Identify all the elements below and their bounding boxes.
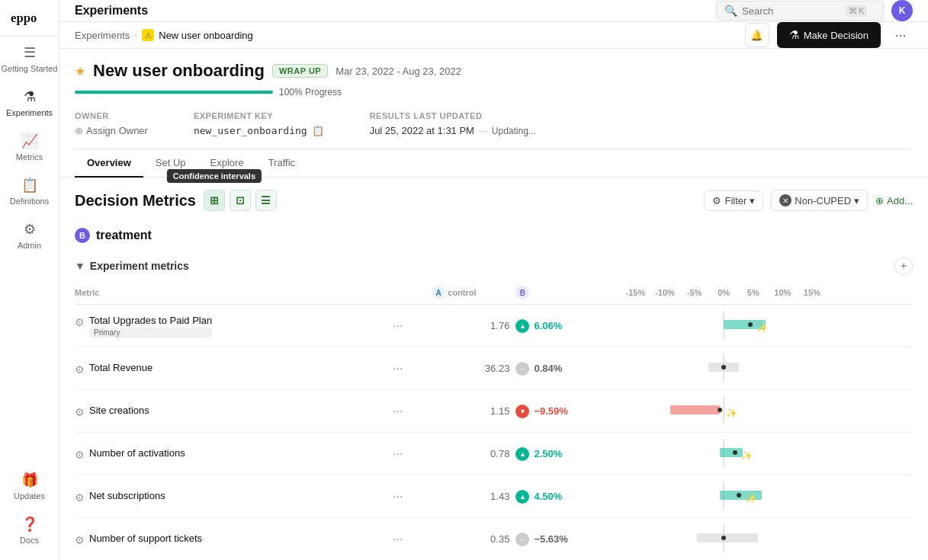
sidebar-item-label: Admin <box>18 241 41 250</box>
search-shortcut: ⌘ K <box>846 5 867 17</box>
assign-owner-button[interactable]: ⊕ Assign Owner <box>75 125 148 136</box>
control-value: 1.15 <box>490 405 509 417</box>
admin-icon: ⚙ <box>24 221 36 238</box>
filter-button[interactable]: ⚙ Filter ▾ <box>704 190 763 211</box>
table-row: ⚙ Total Revenue ···36.23 – 0.84% <box>75 347 913 390</box>
metric-name: Site creations <box>89 405 149 416</box>
breadcrumb-bar: Experiments › ⚠ New user onboarding 🔔 ⚗ … <box>59 22 928 49</box>
docs-icon: ❓ <box>21 516 38 533</box>
sidebar-nav: ☰ Getting Started ⚗ Experiments 📈 Metric… <box>0 37 59 464</box>
treatment-value: – −5.63% <box>515 533 615 546</box>
metric-more-button[interactable]: ··· <box>390 447 406 461</box>
metric-name: Total Revenue <box>89 362 153 373</box>
breadcrumb-parent[interactable]: Experiments <box>75 30 130 41</box>
metric-more-button[interactable]: ··· <box>390 405 406 418</box>
tab-overview[interactable]: Overview <box>75 149 143 178</box>
updating-badge: Updating... <box>492 126 536 136</box>
sidebar-item-getting-started[interactable]: ☰ Getting Started <box>0 37 59 81</box>
experiment-title-row: ★ New user onboarding WRAP UP Mar 23, 20… <box>75 61 913 81</box>
metric-name-cell: ⚙ Total Upgrades to Paid Plan Primary <box>75 315 384 338</box>
metric-more-button[interactable]: ··· <box>390 490 406 504</box>
treatment-section: B treatment ▼ Experiment metrics ＋ Metri… <box>59 220 928 560</box>
table-row: ⚙ Net subscriptions ···1.43 ▲ 4.50% ✨ <box>75 475 913 518</box>
metric-name-cell: ⚙ Site creations <box>75 405 384 418</box>
treatment-badge-header: B <box>515 286 529 299</box>
col-treatment-header: B <box>515 281 621 305</box>
svg-point-3 <box>748 322 753 327</box>
sidebar-item-label: Getting Started <box>2 64 58 73</box>
treatment-badge: B <box>75 228 90 243</box>
tab-set-up[interactable]: Set Up <box>143 149 198 178</box>
metric-name-cell: ⚙ Number of support tickets <box>75 533 384 546</box>
table-icon: ☰ <box>261 194 271 206</box>
treatment-value: ▲ 4.50% <box>515 490 615 504</box>
date-range: Mar 23, 2022 - Aug 23, 2022 <box>336 66 461 77</box>
results-value: Jul 25, 2022 at 1:31 PM ··· Updating... <box>370 125 536 136</box>
search-input[interactable] <box>742 5 841 17</box>
page-title: Experiments <box>75 4 148 18</box>
collapse-icon[interactable]: ▼ <box>75 260 85 272</box>
svg-point-14 <box>733 450 737 455</box>
confidence-intervals-button[interactable]: ⊞ Confidence intervals <box>204 190 225 211</box>
star-icon[interactable]: ★ <box>75 64 85 78</box>
table-row: ⚙ Number of activations ···0.78 ▲ 2.50% … <box>75 433 913 475</box>
breadcrumb-sep: › <box>134 30 137 40</box>
results-section: RESULTS LAST UPDATED Jul 25, 2022 at 1:3… <box>370 111 536 136</box>
metric-more-button[interactable]: ··· <box>390 533 406 546</box>
metric-more-button[interactable]: ··· <box>390 362 406 376</box>
control-value: 1.76 <box>490 320 509 331</box>
main-content: Experiments 🔍 ⌘ K K Experiments › ⚠ N <box>59 0 928 560</box>
sidebar-item-label: Metrics <box>16 152 43 162</box>
col-control-header: A control <box>432 281 515 305</box>
filter-chevron: ▾ <box>750 195 755 206</box>
svg-text:✨: ✨ <box>756 322 768 333</box>
treatment-name: treatment <box>96 229 152 242</box>
logo: eppo <box>0 0 59 37</box>
svg-rect-9 <box>670 405 720 414</box>
ci-icon: ⊞ <box>210 194 219 206</box>
add-metric-button[interactable]: ＋ <box>894 257 913 275</box>
col-chart-header: -15% -10% -5% 0% 5% 10% 15% <box>621 281 913 305</box>
table-view-button[interactable]: ☰ <box>255 190 277 211</box>
sidebar: eppo ☰ Getting Started ⚗ Experiments 📈 M… <box>0 0 59 560</box>
make-decision-button[interactable]: ⚗ Make Decision <box>777 22 881 48</box>
sidebar-item-docs[interactable]: ❓ Docs <box>0 508 59 552</box>
svg-text:eppo: eppo <box>11 11 37 25</box>
tab-traffic[interactable]: Traffic <box>256 149 307 178</box>
definitions-icon: 📋 <box>21 177 38 194</box>
direction-indicator: – <box>515 362 529 376</box>
exp-key-section: EXPERIMENT KEY new_user_onboarding 📋 <box>194 111 324 136</box>
more-options-button[interactable]: ··· <box>888 23 913 47</box>
table-row: ⚙ Total Upgrades to Paid Plan Primary ··… <box>75 305 913 347</box>
metric-more-button[interactable]: ··· <box>390 319 406 333</box>
sidebar-item-metrics[interactable]: 📈 Metrics <box>0 125 59 169</box>
direction-indicator: ▲ <box>515 447 529 461</box>
metrics-table: Metric A control B -15% -10% <box>75 281 913 560</box>
copy-icon[interactable]: 📋 <box>312 125 324 136</box>
sidebar-item-admin[interactable]: ⚙ Admin <box>0 213 59 258</box>
add-button[interactable]: ⊕ Add... <box>875 195 913 206</box>
svg-text:✨: ✨ <box>726 407 737 418</box>
search-bar[interactable]: 🔍 ⌘ K <box>716 1 884 21</box>
control-badge: A <box>432 286 445 299</box>
col-actions-header <box>390 281 432 305</box>
avatar: K <box>891 0 913 21</box>
notifications-button[interactable]: 🔔 <box>745 23 769 47</box>
updates-icon: 🎁 <box>21 472 38 488</box>
exp-metrics-title: ▼ Experiment metrics <box>75 260 189 272</box>
svg-text:✨: ✨ <box>745 492 756 504</box>
svg-point-7 <box>721 365 726 370</box>
treatment-header: B treatment <box>75 220 913 251</box>
svg-text:✨: ✨ <box>741 450 753 461</box>
chart-type-button[interactable]: ⊡ <box>230 190 251 211</box>
sidebar-bottom: 🎁 Updates ❓ Docs <box>0 464 59 560</box>
sidebar-item-experiments[interactable]: ⚗ Experiments <box>0 81 59 125</box>
metric-icon: ⚙ <box>75 406 85 418</box>
treatment-value: ▲ 2.50% <box>515 447 615 461</box>
metric-icon: ⚙ <box>75 316 85 328</box>
metric-icon: ⚙ <box>75 534 85 546</box>
sidebar-item-updates[interactable]: 🎁 Updates <box>0 464 59 508</box>
cuped-button[interactable]: ✕ Non-CUPED ▾ <box>771 190 868 211</box>
sidebar-item-definitions[interactable]: 📋 Definitions <box>0 169 59 213</box>
tab-explore[interactable]: Explore <box>198 149 256 178</box>
